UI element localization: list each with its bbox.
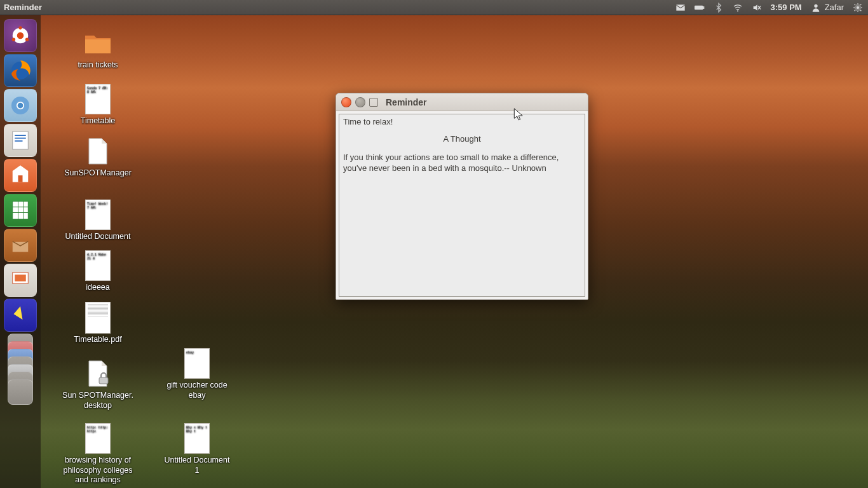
- icon-label: Untitled Document: [65, 232, 131, 242]
- svg-point-9: [18, 26, 22, 29]
- desktop-icon-browsing-history[interactable]: http: http: http: browsing history of ph…: [47, 423, 149, 485]
- icon-label: train tickets: [78, 60, 118, 71]
- wifi-icon[interactable]: [733, 3, 743, 13]
- reminder-headline: Time to relax!: [343, 117, 581, 126]
- svg-point-8: [17, 32, 24, 39]
- svg-rect-21: [13, 201, 29, 219]
- svg-point-2: [737, 10, 738, 11]
- svg-point-5: [814, 4, 817, 7]
- icon-label: ideeea: [86, 283, 110, 293]
- minimize-button[interactable]: [355, 97, 365, 107]
- launcher-chromium[interactable]: [4, 89, 37, 122]
- svg-rect-20: [18, 175, 23, 182]
- svg-point-15: [18, 103, 24, 109]
- messaging-icon[interactable]: [675, 3, 686, 13]
- user-menu[interactable]: Zafar: [811, 3, 844, 13]
- system-tray: 3:59 PM Zafar: [675, 3, 863, 13]
- launcher-firefox[interactable]: [4, 54, 37, 87]
- reminder-subhead: A Thought: [343, 134, 581, 144]
- launcher-writer[interactable]: [4, 124, 37, 157]
- launcher-update[interactable]: [4, 229, 37, 262]
- icon-label: Timetable: [81, 116, 115, 126]
- svg-point-11: [25, 38, 29, 41]
- text-file-icon: Time! Week! 7 AM:: [83, 200, 113, 230]
- text-file-icon: ebay: [182, 348, 212, 379]
- reminder-quote: If you think your actions are too small …: [343, 152, 581, 174]
- bluetooth-icon[interactable]: [714, 3, 724, 13]
- svg-rect-18: [15, 138, 26, 139]
- desktop-icon-sunspot-desktop[interactable]: Sun SPOTManager. desktop: [47, 358, 149, 410]
- desktop-icon-train-tickets[interactable]: train tickets: [47, 28, 149, 71]
- icon-label: gift voucher code ebay: [166, 381, 227, 400]
- text-file-icon: http: http: http:: [83, 423, 113, 454]
- desktop-icon-untitled[interactable]: Time! Week! 7 AM: Untitled Document: [47, 200, 149, 242]
- icon-label: SunSPOTManager: [64, 168, 132, 179]
- icon-label: browsing history of philosophy colleges …: [63, 456, 132, 485]
- svg-rect-1: [703, 6, 704, 9]
- launcher-dash[interactable]: [4, 19, 37, 52]
- desktop-icon-timetable-pdf[interactable]: Timetable.pdf: [47, 302, 149, 345]
- blank-file-icon: [83, 136, 113, 166]
- launcher-collapsed-stack[interactable]: [4, 334, 37, 410]
- close-button[interactable]: [341, 97, 351, 107]
- launcher-misc[interactable]: [4, 299, 37, 332]
- svg-rect-0: [695, 5, 703, 10]
- user-name: Zafar: [825, 3, 844, 12]
- text-file-icon: 4.2.1 Make 21 4: [83, 250, 113, 281]
- active-app-name: Reminder: [4, 3, 42, 12]
- svg-rect-26: [13, 242, 29, 252]
- svg-rect-19: [15, 140, 22, 142]
- folder-icon: [83, 28, 113, 58]
- window-title: Reminder: [386, 97, 427, 107]
- desktop-icon-untitled-1[interactable]: Why s Why t Why t Untitled Document 1: [146, 423, 248, 475]
- unity-launcher: [0, 15, 41, 488]
- volume-icon[interactable]: [752, 3, 762, 13]
- icon-label: Sun SPOTManager. desktop: [62, 391, 133, 410]
- locked-file-icon: [83, 358, 113, 389]
- launcher-impress[interactable]: [4, 264, 37, 297]
- svg-point-10: [12, 38, 15, 41]
- system-settings-icon[interactable]: [853, 3, 863, 13]
- reminder-window: Reminder Time to relax! A Thought If you…: [336, 93, 588, 300]
- svg-rect-17: [15, 135, 26, 136]
- desktop-icon-sunspot[interactable]: SunSPOTManager: [47, 136, 149, 179]
- window-titlebar[interactable]: Reminder: [336, 93, 588, 111]
- desktop-icon-gift-voucher[interactable]: ebay gift voucher code ebay: [146, 348, 248, 400]
- text-file-icon: Sunda 7 AM: 8 AM:: [83, 84, 113, 114]
- icon-label: Timetable.pdf: [74, 335, 121, 345]
- svg-rect-28: [15, 274, 26, 281]
- battery-icon[interactable]: [695, 3, 705, 13]
- clock[interactable]: 3:59 PM: [771, 3, 802, 12]
- desktop-icon-ideeea[interactable]: 4.2.1 Make 21 4 ideeea: [47, 250, 149, 293]
- icon-label: Untitled Document 1: [165, 456, 230, 475]
- maximize-button[interactable]: [369, 98, 378, 107]
- text-file-icon: Why s Why t Why t: [182, 423, 212, 454]
- pdf-file-icon: [83, 302, 113, 333]
- desktop-icon-timetable[interactable]: Sunda 7 AM: 8 AM: Timetable: [47, 84, 149, 126]
- launcher-calc[interactable]: [4, 194, 37, 227]
- svg-rect-29: [99, 377, 108, 384]
- reminder-body: Time to relax! A Thought If you think yo…: [339, 114, 585, 297]
- top-menu-bar: Reminder 3:59 PM Zafar: [0, 0, 868, 15]
- launcher-files[interactable]: [4, 159, 37, 192]
